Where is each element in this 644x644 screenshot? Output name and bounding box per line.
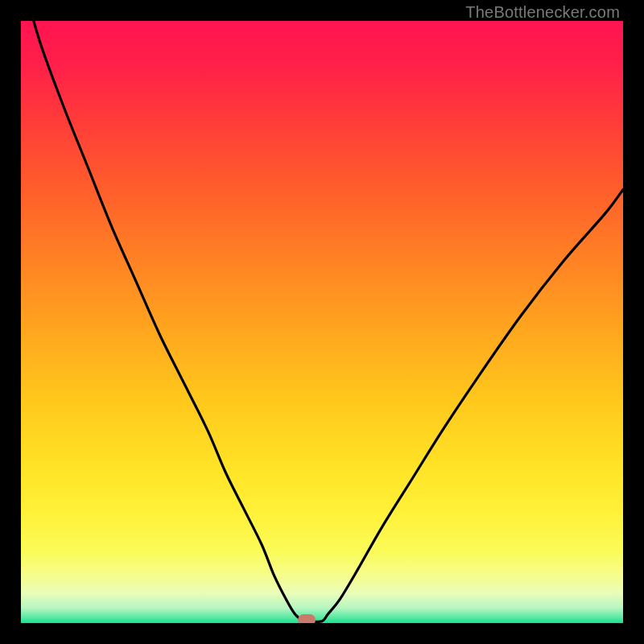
minimum-marker bbox=[298, 614, 316, 624]
bottleneck-curve bbox=[21, 21, 623, 623]
watermark-text: TheBottlenecker.com bbox=[465, 3, 620, 22]
plot-area bbox=[21, 21, 623, 623]
chart-frame: TheBottlenecker.com bbox=[0, 0, 644, 644]
